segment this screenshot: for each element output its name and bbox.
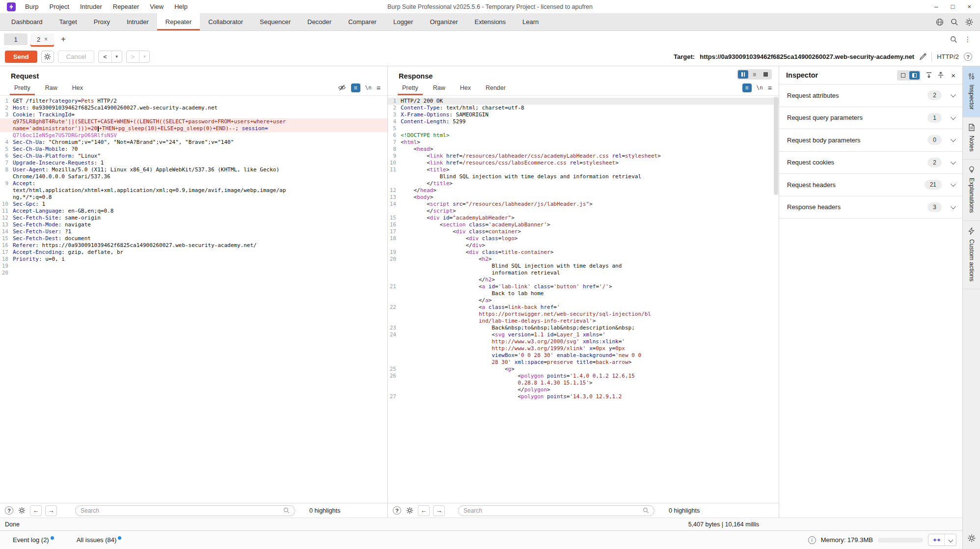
inspector-section-response-headers[interactable]: Response headers3 [779,196,962,219]
show-newlines-icon[interactable]: \n [757,84,763,91]
back-history-button[interactable]: < ▼ [98,51,122,63]
show-newlines-icon[interactable]: \n [365,84,372,91]
tab-extensions[interactable]: Extensions [466,13,515,30]
response-search-input[interactable]: Search [458,505,654,516]
ai-features-button[interactable]: ✦✦ [928,534,956,546]
editor-menu-icon[interactable]: ≡ [377,84,381,92]
response-scrollbar[interactable] [774,97,778,195]
chevron-down-icon[interactable] [945,536,956,544]
repeater-tab-2[interactable]: 2 × [30,33,54,45]
prettify-toggle-icon[interactable]: ≡ [742,83,752,92]
inspector-view-expanded-icon[interactable] [909,71,920,80]
side-tab-explanations[interactable]: Explanations [963,160,980,221]
side-tab-custom-actions[interactable]: Custom actions [963,221,980,289]
browser-globe-icon[interactable] [936,18,944,26]
inspector-section-request-query-parameters[interactable]: Request query parameters1 [779,107,962,130]
settings-gear-icon[interactable] [968,529,976,549]
cancel-button[interactable]: Cancel [58,51,94,63]
status-bar: Event log (2) All issues (84) i Memory: … [0,530,962,549]
response-metrics: 5,407 bytes | 10,164 millis [688,521,759,528]
tab-target[interactable]: Target [51,13,85,30]
search-next-button[interactable]: → [45,505,57,516]
tab-response-pretty[interactable]: Pretty [395,80,426,95]
close-tab-icon[interactable]: × [44,36,48,43]
tab-organizer[interactable]: Organizer [421,13,466,30]
back-history-dropdown[interactable]: ▼ [111,51,122,62]
response-editor[interactable]: 1HTTP/2 200 OK2Content-Type: text/html; … [388,96,779,503]
forward-history-dropdown[interactable]: ▼ [139,51,149,62]
event-log-button[interactable]: Event log (2) [13,536,54,544]
tab-response-raw[interactable]: Raw [426,80,453,95]
maximize-button[interactable]: □ [951,3,955,10]
add-tab-button[interactable]: + [57,34,70,44]
tab-repeater[interactable]: Repeater [157,13,200,30]
menu-view[interactable]: View [144,0,169,13]
collapse-all-icon[interactable] [937,72,944,79]
inspector-close-icon[interactable]: × [951,71,955,80]
menu-repeater[interactable]: Repeater [108,0,144,13]
send-button[interactable]: Send [5,51,37,63]
chevron-down-icon[interactable] [951,204,956,209]
tab-collaborator[interactable]: Collaborator [200,13,251,30]
repeater-tab-1[interactable]: 1 [4,33,27,45]
forward-history-button[interactable]: > ▼ [126,51,150,63]
search-settings-icon[interactable] [17,506,27,516]
layout-single-icon[interactable] [761,70,771,79]
tab-learn[interactable]: Learn [514,13,547,30]
search-help-icon[interactable]: ? [393,506,401,515]
tab-intruder[interactable]: Intruder [118,13,157,30]
layout-columns-icon[interactable] [738,70,748,79]
settings-gear-icon[interactable] [965,18,973,26]
tab-logger[interactable]: Logger [385,13,421,30]
tab-comparer[interactable]: Comparer [340,13,385,30]
more-menu-icon[interactable]: ⋮ [964,35,971,43]
inspector-section-request-body-parameters[interactable]: Request body parameters0 [779,129,962,152]
request-search-input[interactable]: Search [75,505,295,516]
editor-menu-icon[interactable]: ≡ [768,84,772,92]
search-prev-button[interactable]: ← [418,505,430,516]
tab-proxy[interactable]: Proxy [85,13,118,30]
inspector-section-request-cookies[interactable]: Request cookies2 [779,152,962,174]
side-tab-notes[interactable]: Notes [963,117,980,160]
layout-rows-icon[interactable]: ≡ [749,70,760,79]
minimize-button[interactable]: – [934,3,938,10]
search-prev-button[interactable]: ← [30,505,42,516]
hide-nonprintable-icon[interactable] [338,84,346,91]
inspector-view-compact-icon[interactable] [898,71,908,80]
code-line: 18Priority: u=0, i [0,256,387,263]
chevron-down-icon[interactable] [951,92,956,97]
all-issues-button[interactable]: All issues (84) [77,536,122,544]
chevron-down-icon[interactable] [951,114,956,120]
request-editor[interactable]: 1GET /filter?category=Pets HTTP/22Host: … [0,96,387,503]
menu-help[interactable]: Help [169,0,193,13]
menu-project[interactable]: Project [44,0,74,13]
tab-request-hex[interactable]: Hex [65,80,90,95]
tab-dashboard[interactable]: Dashboard [3,13,51,30]
edit-target-icon[interactable] [919,53,926,60]
tab-response-hex[interactable]: Hex [453,80,478,95]
chevron-down-icon[interactable] [951,137,956,142]
search-help-icon[interactable]: ? [5,506,13,515]
side-tab-inspector[interactable]: Inspector [963,66,980,117]
prettify-toggle-icon[interactable]: ≡ [351,83,360,92]
tab-decoder[interactable]: Decoder [299,13,340,30]
inspector-section-request-headers[interactable]: Request headers21 [779,174,962,196]
search-next-button[interactable]: → [433,505,445,516]
window-controls: – □ × [934,3,975,10]
menu-burp[interactable]: Burp [20,0,44,13]
search-settings-icon[interactable] [405,506,414,516]
tab-sequencer[interactable]: Sequencer [251,13,299,30]
expand-all-icon[interactable] [926,72,932,79]
chevron-down-icon[interactable] [951,181,956,187]
tab-request-raw[interactable]: Raw [38,80,65,95]
inspector-section-request-attributes[interactable]: Request attributes2 [779,84,962,107]
help-icon[interactable]: ? [964,53,972,61]
search-icon[interactable] [951,18,958,26]
chevron-down-icon[interactable] [951,159,956,165]
close-button[interactable]: × [967,3,971,10]
send-settings-button[interactable] [41,51,54,63]
search-icon[interactable] [949,34,958,44]
menu-intruder[interactable]: Intruder [75,0,108,13]
tab-request-pretty[interactable]: Pretty [7,80,38,95]
tab-response-render[interactable]: Render [478,80,513,95]
